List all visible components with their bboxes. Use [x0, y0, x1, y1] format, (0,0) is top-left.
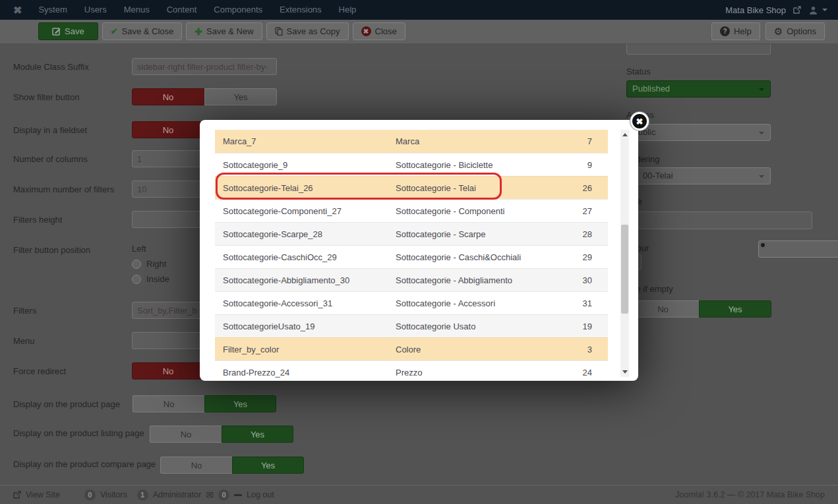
- toolbar: Save ✔ Save & Close ✚ Save & New Save as…: [0, 20, 838, 44]
- chevron-down-icon: [759, 132, 764, 134]
- hide-if-empty-toggle: No Yes: [626, 300, 771, 318]
- list-item[interactable]: Marca_7Marca7: [215, 130, 608, 153]
- list-item[interactable]: Sottocategorie-Componenti_27Sottocategor…: [215, 199, 608, 222]
- filter-picker-modal: Marca_7Marca7 Sottocategorie_9Sottocateg…: [200, 120, 638, 381]
- save-icon: [52, 27, 61, 36]
- note-input[interactable]: [626, 211, 812, 229]
- save-copy-button[interactable]: Save as Copy: [266, 22, 349, 40]
- administrator-label: Administrator: [153, 490, 202, 499]
- label-max-filters: Maximum number of filters: [13, 184, 114, 194]
- label-filters: Filters: [13, 306, 36, 316]
- toggle-no[interactable]: No: [132, 88, 204, 105]
- radio-button[interactable]: [132, 260, 141, 269]
- scrollbar-thumb[interactable]: [621, 225, 628, 314]
- mail-icon: ✉: [206, 490, 214, 500]
- modal-close-button[interactable]: ✖: [630, 112, 649, 130]
- filter-list: Marca_7Marca7 Sottocategorie_9Sottocateg…: [215, 130, 608, 381]
- scroll-up-arrow[interactable]: [620, 130, 629, 140]
- list-item[interactable]: Sottocategorie-Accessori_31Sottocategori…: [215, 291, 608, 314]
- logout-link[interactable]: Log out: [247, 490, 274, 499]
- help-button[interactable]: ? Help: [711, 22, 760, 40]
- menu-content[interactable]: Content: [158, 0, 206, 20]
- toggle-no[interactable]: No: [132, 121, 204, 138]
- external-link-icon: [13, 491, 21, 499]
- toggle-yes[interactable]: Yes: [204, 88, 277, 105]
- gear-icon: ⚙: [774, 26, 783, 38]
- radio-inside: Inside: [132, 274, 169, 284]
- label-filter-button-position: Filter button position: [13, 245, 90, 255]
- module-class-suffix-input[interactable]: [132, 58, 277, 75]
- list-item[interactable]: Sottocategorie-CaschiOcc_29Sottocategori…: [215, 245, 608, 268]
- label-status: Status: [626, 67, 651, 76]
- admin-navbar: ✖ System Users Menus Content Components …: [0, 0, 838, 20]
- save-new-button[interactable]: ✚ Save & New: [186, 22, 262, 40]
- admin-menu: System Users Menus Content Components Ex…: [30, 0, 365, 20]
- toggle-yes[interactable]: Yes: [222, 426, 293, 443]
- check-icon: ✔: [111, 26, 118, 36]
- chevron-down-icon: [759, 175, 764, 178]
- toggle-no[interactable]: No: [160, 457, 232, 474]
- joomla-logo-icon: ✖: [13, 4, 22, 16]
- user-menu-icon[interactable]: [808, 5, 827, 15]
- options-button[interactable]: ⚙ Options: [765, 22, 825, 40]
- toggle-yes[interactable]: Yes: [232, 457, 304, 474]
- label-number-columns: Number of columns: [13, 154, 88, 164]
- show-filter-button-toggle: No Yes: [132, 88, 277, 105]
- menu-system[interactable]: System: [30, 0, 75, 20]
- label-force-redirect: Force redirect: [13, 366, 66, 376]
- label-display-listing-page: Display on the product listing page: [13, 428, 144, 438]
- radio-right: Right: [132, 259, 166, 269]
- logout-icon: [234, 494, 242, 496]
- label-filters-height: Filters height: [13, 215, 62, 225]
- list-item[interactable]: Sottocategorie-Abbigliamento_30Sottocate…: [215, 268, 608, 291]
- menu-components[interactable]: Components: [205, 0, 271, 20]
- scroll-down-arrow[interactable]: [620, 367, 629, 377]
- joomla-admin-screen: ✖ System Users Menus Content Components …: [0, 0, 838, 504]
- visitors-label: Visitors: [100, 490, 127, 499]
- chevron-down-icon: [822, 9, 827, 11]
- menu-menus[interactable]: Menus: [115, 0, 158, 20]
- menu-users[interactable]: Users: [76, 0, 115, 20]
- toggle-no[interactable]: No: [133, 395, 204, 412]
- close-button[interactable]: ✖ Close: [353, 22, 405, 40]
- label-module-class-suffix: Module Class Suffix: [13, 62, 89, 72]
- radio-button[interactable]: [758, 240, 838, 258]
- site-name-link[interactable]: Mata Bike Shop: [725, 5, 786, 15]
- display-listing-page-toggle: No Yes: [150, 426, 293, 443]
- toggle-no[interactable]: No: [150, 426, 222, 443]
- list-item[interactable]: Sottocategorie-Scarpe_28Sottocategorie -…: [215, 222, 608, 245]
- toggle-no[interactable]: No: [132, 362, 204, 379]
- radio-button[interactable]: [132, 275, 141, 284]
- list-item[interactable]: Filter_by_colorColore3: [215, 337, 608, 360]
- save-button[interactable]: Save: [38, 22, 98, 40]
- modal-scrollbar[interactable]: [620, 130, 629, 377]
- label-display-product-page: Display on the product page: [13, 399, 120, 409]
- access-select[interactable]: Public: [626, 124, 771, 141]
- display-compare-page-toggle: No Yes: [160, 457, 304, 474]
- help-icon: ?: [720, 26, 730, 36]
- list-item[interactable]: SottocategorieUsato_19Sottocategorie Usa…: [215, 314, 608, 337]
- view-site-link[interactable]: View Site: [26, 490, 60, 499]
- copy-icon: [275, 27, 283, 36]
- save-close-button[interactable]: ✔ Save & Close: [102, 22, 183, 40]
- version-text: Joomla! 3.6.2 — © 2017 Mata Bike Shop: [675, 490, 825, 499]
- label-menu: Menu: [13, 336, 35, 346]
- toggle-yes[interactable]: Yes: [699, 300, 771, 318]
- mail-count-badge: 0: [218, 490, 229, 501]
- ordering-select[interactable]: 00-Telai: [626, 167, 771, 184]
- display-product-page-toggle: No Yes: [133, 395, 276, 412]
- label-display-compare-page: Display on the product compare page: [13, 459, 156, 469]
- status-bar: View Site 0 Visitors 1 Administrator ✉ 0…: [0, 485, 838, 504]
- radio-left: Left: [132, 244, 146, 254]
- visitors-count-badge: 0: [84, 490, 96, 501]
- highlight-annotation: [216, 173, 502, 200]
- chevron-down-icon: [759, 88, 764, 91]
- menu-extensions[interactable]: Extensions: [271, 0, 330, 20]
- label-show-filter-button: Show filter button: [13, 92, 79, 102]
- external-link-icon[interactable]: [793, 6, 801, 14]
- toggle-yes[interactable]: Yes: [204, 395, 276, 412]
- status-select[interactable]: Published: [626, 80, 771, 98]
- menu-help[interactable]: Help: [330, 0, 365, 20]
- close-icon: ✖: [361, 26, 371, 36]
- list-item[interactable]: Brand-Prezzo_24Prezzo24: [215, 360, 608, 381]
